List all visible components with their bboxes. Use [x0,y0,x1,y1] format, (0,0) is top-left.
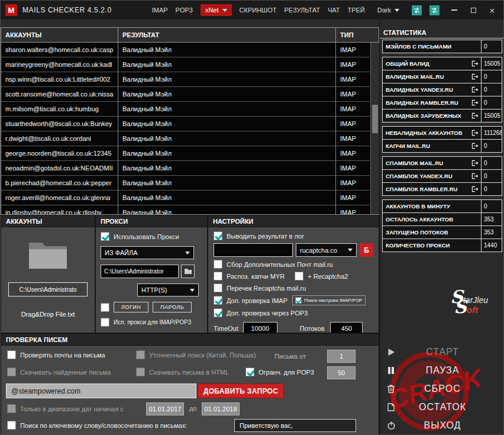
maximize-button[interactable] [467,4,480,17]
chevron-down-icon [395,9,399,12]
reset-button[interactable]: СБРОС [380,379,504,398]
table-row[interactable]: george.noorden@tiscali.co.uk:12345Валидн… [1,146,379,161]
stat-value: 0 [481,182,502,196]
chevron-down-icon [222,9,227,12]
type-cell: IMAP [336,176,370,191]
stat-row: НЕВАЛИДНЫХ АККАУНТОВ111268 [382,126,502,140]
table-row[interactable]: b.pierechad@homecall.co.uk:pepperВалидны… [1,176,379,191]
pause-button[interactable]: ПАУЗА [380,361,504,379]
close-button[interactable]: × [486,4,499,17]
table-row[interactable]: r.dwight@tiscali.co.uk:cordaniВалидный М… [1,131,379,146]
table-scrollbar[interactable] [370,43,379,214]
threads-input[interactable] [330,322,363,333]
search-query-input[interactable] [6,384,196,398]
proxy-auth-checkbox[interactable] [101,303,109,312]
keyword-search-checkbox[interactable]: Поиск по ключевому слову/словосочетанию … [7,421,187,430]
theme-select[interactable]: Dark [373,4,404,16]
export-icon[interactable] [471,130,479,136]
letters-from-label: Письма от [274,353,306,360]
start-button[interactable]: СТАРТ [380,343,504,361]
check-letters-checkbox[interactable]: Проверять почты на письма [7,350,105,359]
recognize-captcha-checkbox[interactable]: Распоз. капчи MYR [214,272,285,281]
checkbox-icon [245,368,254,376]
proxy-file-input[interactable] [101,265,179,278]
stat-label: СПАМБЛОК RAMBLER.RU [382,182,482,196]
login-button[interactable]: ЛОГИН [114,302,148,312]
log-output-checkbox[interactable]: Выводить результат в лог [214,231,373,240]
date-from-input[interactable] [146,402,184,415]
minimize-icon [451,9,457,11]
use-proxy-for-imap-checkbox[interactable]: Исп. прокси для IMAP/POP3 [101,318,202,327]
type-cell: IMAP [336,87,370,102]
proxy-source-select[interactable]: ИЗ ФАЙЛА [101,246,194,259]
captcha-service-select[interactable]: rucaptcha.co [296,243,357,257]
menu-chat[interactable]: ЧАТ [328,7,340,14]
add-query-button[interactable]: ДОБАВИТЬ ЗАПРОС [198,384,284,398]
date-range-checkbox[interactable]: Только в диапазоне дат начиная с [7,404,124,413]
recaptcha2-checkbox[interactable]: + Recaptcha2 [295,272,348,281]
recheck-recaptcha-checkbox[interactable]: Перечек Recaptcha mail.ru [214,283,373,292]
type-cell: IMAP [336,161,370,176]
accounts-file-path-button[interactable]: C:\Users\Administrato [8,282,88,297]
pop3-limit-input[interactable] [327,366,356,379]
table-row[interactable]: scott.ransome@homecall.co.uk:nissaВалидн… [1,87,379,102]
checkbox-icon [136,350,145,359]
export-icon[interactable] [471,186,479,192]
proxy-type-select[interactable]: HTTP(S) [137,283,199,297]
account-cell: marineygreeny@homecall.co.uk:kadl [1,57,118,72]
table-row[interactable]: stuarthedworth@tiscali.co.uk:BunkeyВалид… [1,117,379,131]
result-cell: Валидный Мэйл [118,57,336,72]
letters-panel-title: ПРОВЕРКА ПИСЕМ [1,334,379,346]
folder-icon[interactable] [6,239,90,272]
table-row[interactable]: m.milsom@tiscali.co.uk:humbugВалидный Мэ… [1,102,379,117]
export-icon[interactable] [471,160,479,166]
menu-xnet-dropdown[interactable]: xNet [201,4,232,16]
download-letters-checkbox[interactable]: Скачивать найденные письма [7,368,111,376]
menu-screenshot[interactable]: СКРИНШОТ [240,7,277,14]
table-row[interactable]: jn.dinsby@homecall.co.uk:dinsbyВалидный … [1,205,379,215]
remainder-button[interactable]: ОСТАТОК [380,398,504,416]
account-cell: roger.averill@homecall.co.uk:glenna [1,191,118,205]
download-html-checkbox[interactable]: Скачивать письма в HTML [136,368,229,376]
export-icon[interactable] [471,86,479,93]
app-logo-icon: M [5,4,17,16]
keyword-input[interactable] [234,419,356,432]
export-icon[interactable] [471,112,479,119]
transfer-arrows-button-2[interactable] [429,5,440,15]
collect-extra-mail-checkbox[interactable]: Сбор Дополнительных Почт mail.ru [214,260,373,269]
result-cell: Валидный Мэйл [118,161,336,176]
table-row[interactable]: roger.averill@homecall.co.uk:glennaВалид… [1,191,379,205]
menu-tray[interactable]: ТРЕЙ [347,7,364,14]
menu-result[interactable]: РЕЗУЛЬТАТ [284,7,319,14]
table-row[interactable]: sharon.walters@homecall.co.uk:caspВалидн… [1,43,379,57]
table-row[interactable]: marineygreeny@homecall.co.uk:kadlВалидны… [1,57,379,72]
menu-pop3[interactable]: POP3 [176,7,193,14]
export-icon[interactable] [471,73,479,80]
timeout-input[interactable] [243,322,277,333]
extra-pop3-check-checkbox[interactable]: Доп. проверка через POP3 [214,308,373,317]
pop3-limit-checkbox[interactable]: Огранч. для POP3 [245,368,314,376]
minimize-button[interactable] [448,4,461,17]
date-to-input[interactable] [202,402,240,415]
browse-folder-button[interactable] [181,265,195,278]
menu-imap[interactable]: IMAP [152,7,168,14]
export-icon[interactable] [471,173,479,179]
export-icon[interactable] [471,99,479,106]
table-row[interactable]: neoadmin@gotadsl.co.uk:NEOADMIIВалидный … [1,161,379,176]
transfer-arrows-button-1[interactable] [412,5,422,15]
export-icon[interactable] [471,60,479,67]
password-button[interactable]: ПАРОЛЬ [153,302,192,312]
scrollbar-thumb[interactable] [372,105,378,133]
captcha-key-input[interactable] [214,243,293,257]
balance-button[interactable]: Б [360,243,373,257]
table-row[interactable]: nsp.winn@tiscali.co.uk:Littleted#002Вали… [1,72,379,87]
letters-from-input[interactable] [327,350,356,363]
folder-icon [184,268,192,275]
extra-imap-check-checkbox[interactable]: Доп. проверка IMAP [214,296,287,305]
refined-search-checkbox[interactable]: Уточненный поиск (Китай, Польша) [136,350,256,359]
type-cell: IMAP [336,117,370,131]
use-proxy-checkbox[interactable]: Использовать Прокси [101,232,202,241]
exit-button[interactable]: ВЫХОД [380,416,504,434]
imap-settings-search-checkbox[interactable]: Поиск настроек IMAP/POP [292,295,366,305]
export-icon[interactable] [471,143,479,149]
